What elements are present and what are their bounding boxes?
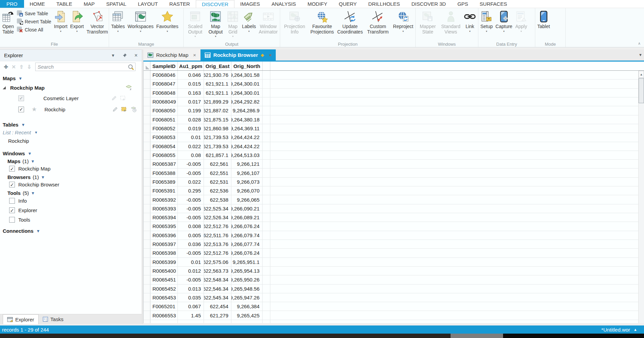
cell-origeast[interactable]: 621,930.76 — [204, 71, 231, 79]
cell-au1ppm[interactable]: 0.01 — [178, 133, 204, 141]
cell-origeast[interactable]: 622,511.76 — [204, 231, 231, 240]
cell-orignorth[interactable]: 9,266,076.24 — [231, 222, 263, 230]
table-row[interactable]: R0065397 0.036 622,513.76 9,266,077.74 — [144, 240, 644, 249]
close-tab-icon[interactable]: × — [193, 52, 196, 58]
ribbon-tab[interactable]: MAP — [78, 0, 101, 8]
cell-orignorth[interactable]: 9,264,513.03 — [231, 151, 263, 159]
bottom-tab-explorer[interactable]: Explorer — [3, 314, 39, 324]
cell-sampleid[interactable]: R0065453 — [150, 293, 178, 302]
cell-sampleid[interactable]: F0068047 — [150, 80, 178, 88]
cell-orignorth[interactable]: 9,266,076.24 — [231, 249, 263, 257]
cell-orignorth[interactable]: 9,266,079.74 — [231, 231, 263, 240]
workspace-name[interactable]: *Untitled.wor — [601, 327, 630, 333]
table-row[interactable]: R0065387 -0.005 622,561 9,266,121 — [144, 160, 644, 168]
cell-au1ppm[interactable]: -0.005 — [178, 249, 204, 257]
ribbon-tab[interactable]: RASTER — [164, 0, 196, 8]
table-row[interactable]: R0065398 -0.005 622,512.76 9,266,076.24 — [144, 249, 644, 257]
add-icon[interactable]: ✚ — [2, 64, 10, 70]
ribbon-tab[interactable]: SPATIAL — [100, 0, 132, 8]
cell-au1ppm[interactable]: 0.015 — [178, 80, 204, 88]
ribbon-tab[interactable]: DISCOVER — [196, 0, 234, 8]
cell-origeast[interactable]: 621,739.53 — [204, 142, 231, 151]
cell-origeast[interactable]: 622,563.73 — [204, 267, 231, 275]
cell-au1ppm[interactable]: 0.005 — [178, 231, 204, 240]
vector-transform-button[interactable]: Vector Transform — [86, 9, 109, 36]
layer-select-icon[interactable] — [125, 84, 133, 91]
cell-orignorth[interactable]: 9,264,300.01 — [231, 89, 263, 97]
cell-orignorth[interactable]: 9,266,089.21 — [231, 213, 263, 222]
save-table-button[interactable]: Save Table — [17, 10, 51, 17]
row-selector-cell[interactable] — [144, 142, 150, 151]
cell-orignorth[interactable]: 9,266,121 — [231, 160, 263, 168]
link-button[interactable]: Link ▼ — [463, 9, 477, 33]
cell-origeast[interactable]: 622,512.76 — [204, 249, 231, 257]
cell-sampleid[interactable]: F0065388 — [150, 168, 178, 177]
row-selector-cell[interactable] — [144, 275, 150, 284]
table-row[interactable]: F0068050 0.199 621,887.02 9,264,286.9 — [144, 106, 644, 115]
table-row[interactable]: F0068055 0.08 621,857.1 9,264,513.03 — [144, 151, 644, 160]
cell-orignorth[interactable]: 9,264,286.9 — [231, 106, 263, 115]
cell-origeast[interactable]: 622,512.76 — [204, 222, 231, 230]
row-selector-cell[interactable] — [144, 222, 150, 230]
map-tree-node[interactable]: Rockchip Map — [0, 84, 142, 91]
row-selector-cell[interactable] — [144, 311, 150, 319]
pin-icon[interactable] — [123, 53, 127, 58]
cell-au1ppm[interactable]: 0.013 — [178, 285, 204, 293]
favourites-button[interactable]: Favourites ▼ — [155, 9, 179, 33]
cell-au1ppm[interactable]: -0.005 — [178, 275, 204, 284]
cell-origeast[interactable]: 622,545.34 — [204, 293, 231, 302]
ribbon-tab[interactable]: TABLE — [51, 0, 78, 8]
import-button[interactable]: Import ▼ — [53, 9, 68, 33]
cell-origeast[interactable]: 622,548.34 — [204, 275, 231, 284]
table-row[interactable]: R0068049 0.017 621,899.29 9,264,292.82 — [144, 97, 644, 106]
scroll-up-icon[interactable]: ▲ — [639, 71, 644, 78]
collapse-ribbon-icon[interactable]: ∧ — [638, 41, 641, 46]
cell-orignorth[interactable]: 9,264,424.22 — [231, 133, 263, 141]
cell-au1ppm[interactable]: -0.005 — [178, 195, 204, 204]
capture-button[interactable]: Capture ▼ — [495, 9, 514, 33]
cell-sampleid[interactable]: R0065394 — [150, 213, 178, 222]
row-selector-cell[interactable] — [144, 97, 150, 106]
row-selector-cell[interactable] — [144, 302, 150, 311]
cell-origeast[interactable]: 621,860.98 — [204, 124, 231, 133]
cell-sampleid[interactable]: F0065389 — [150, 178, 178, 186]
cell-au1ppm[interactable]: 0.012 — [178, 267, 204, 275]
table-row[interactable]: R0065395 0.008 622,512.76 9,266,076.24 — [144, 222, 644, 231]
cell-sampleid[interactable]: R0065393 — [150, 204, 178, 213]
records-status[interactable]: records 1 - 29 of 244 — [2, 327, 49, 333]
row-selector-cell[interactable] — [144, 240, 150, 248]
cell-au1ppm[interactable]: 0.295 — [178, 186, 204, 195]
cell-au1ppm[interactable]: 0.036 — [178, 240, 204, 248]
table-row[interactable]: R0065396 0.005 622,511.76 9,266,079.74 — [144, 231, 644, 240]
row-selector-cell[interactable] — [144, 80, 150, 88]
cell-au1ppm[interactable]: 0.163 — [178, 89, 204, 97]
cell-origeast[interactable]: 622,561 — [204, 160, 231, 168]
table-row[interactable]: F0065388 -0.005 622,551 9,266,107 — [144, 168, 644, 177]
ribbon-tab[interactable]: IMAGES — [234, 0, 266, 8]
row-selector-cell[interactable] — [144, 106, 150, 115]
windows-tools-subheader[interactable]: Tools (5) ▼ — [0, 190, 142, 196]
cell-origeast[interactable]: 622,525.34 — [204, 204, 231, 213]
cell-orignorth[interactable]: 9,265,948.56 — [231, 285, 263, 293]
ribbon-tab[interactable]: DRILLHOLES — [362, 0, 406, 8]
ribbon-tab[interactable]: SURFACES — [474, 0, 513, 8]
cell-au1ppm[interactable]: -0.005 — [178, 168, 204, 177]
table-row[interactable]: F0068048 0.163 621,921.1 9,264,300.01 — [144, 89, 644, 97]
cell-au1ppm[interactable]: 1.45 — [178, 311, 204, 319]
cell-sampleid[interactable]: R0065400 — [150, 267, 178, 275]
close-all-button[interactable]: Close All — [17, 26, 51, 33]
cell-orignorth[interactable]: 9,264,301.58 — [231, 71, 263, 79]
cell-sampleid[interactable]: F0068052 — [150, 124, 178, 133]
hotlink-icon[interactable] — [130, 106, 137, 113]
cell-sampleid[interactable]: F0068055 — [150, 151, 178, 159]
layer-star-icon[interactable]: ★ — [32, 106, 37, 113]
column-header-au1ppm[interactable]: Au1_ppm — [178, 62, 204, 70]
table-row[interactable]: F0068053 0.01 621,739.53 9,264,424.22 — [144, 133, 644, 142]
row-selector-cell[interactable] — [144, 293, 150, 302]
ribbon-tab[interactable]: LAYOUT — [132, 0, 164, 8]
cell-orignorth[interactable]: 9,266,077.74 — [231, 240, 263, 248]
cell-origeast[interactable]: 622,551 — [204, 168, 231, 177]
cell-au1ppm[interactable]: 0.046 — [178, 71, 204, 79]
cell-sampleid[interactable]: F0068046 — [150, 71, 178, 79]
tool-item-info[interactable]: Info — [0, 198, 142, 204]
